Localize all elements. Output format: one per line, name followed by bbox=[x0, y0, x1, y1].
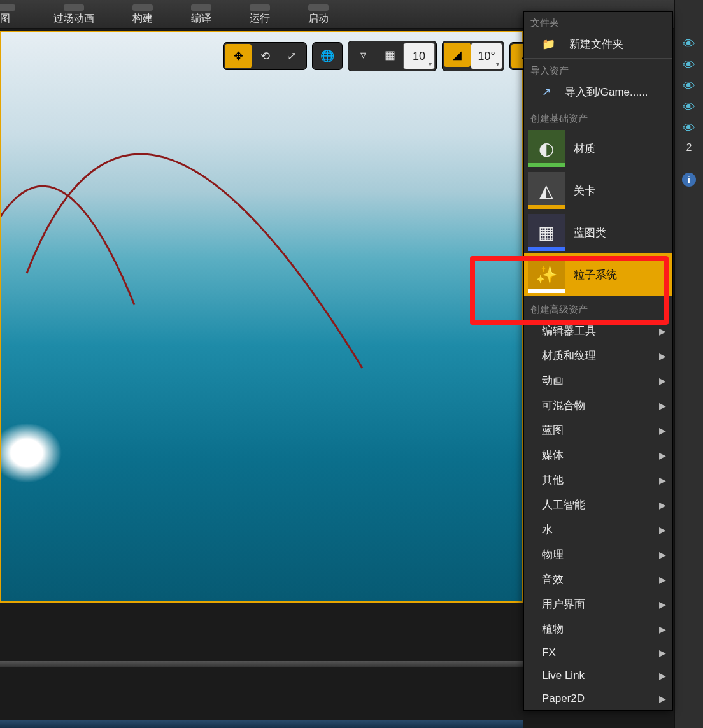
menu-adv-音效[interactable]: 音效▶ bbox=[524, 567, 672, 592]
menu-create-level[interactable]: ◭ 关卡 bbox=[524, 169, 672, 211]
rotate-tool-button[interactable]: ⟲ bbox=[252, 44, 278, 68]
move-tool-button[interactable]: ✥ bbox=[225, 44, 252, 68]
menu-separator bbox=[524, 58, 672, 59]
chevron-right-icon: ▶ bbox=[659, 500, 666, 510]
chevron-right-icon: ▶ bbox=[659, 351, 666, 361]
menu-adv-FX[interactable]: FX▶ bbox=[524, 641, 672, 664]
chevron-right-icon: ▶ bbox=[659, 599, 666, 610]
scale-tool-button[interactable]: ⤢ bbox=[278, 44, 305, 68]
visibility-eye-icon[interactable]: 👁 bbox=[683, 58, 695, 73]
level-viewport[interactable] bbox=[0, 31, 523, 603]
angle-snap-dropdown[interactable]: 10° bbox=[471, 43, 502, 69]
menu-label: 用户界面 bbox=[542, 597, 585, 611]
content-browser-context-menu: 文件夹 📁 新建文件夹 导入资产 ↗ 导入到/Game...... 创建基础资产… bbox=[523, 11, 673, 711]
menu-adv-植物[interactable]: 植物▶ bbox=[524, 617, 672, 641]
section-import-title: 导入资产 bbox=[524, 60, 672, 80]
menu-create-particle-system[interactable]: ✨ 粒子系统 bbox=[524, 253, 672, 296]
launch-icon bbox=[308, 4, 329, 11]
viewport-scene bbox=[1, 32, 522, 601]
globe-icon: 🌐 bbox=[320, 49, 334, 63]
grid-snap-button[interactable]: ▦ bbox=[376, 43, 403, 67]
viewport-controls: ✥ ⟲ ⤢ 🌐 ▿ ▦ 10 ◢ 10° ⤢ bbox=[223, 41, 540, 71]
angle-snap-group: ◢ 10° bbox=[442, 41, 504, 71]
toolbar-btn-matinee[interactable]: 过场动画 bbox=[53, 4, 94, 28]
toolbar-label: 运行 bbox=[250, 12, 270, 25]
visibility-eye-icon[interactable]: 👁 bbox=[683, 121, 695, 136]
toolbar-btn-graph[interactable]: 图 bbox=[0, 4, 15, 28]
menu-new-folder[interactable]: 📁 新建文件夹 bbox=[524, 32, 672, 57]
toolbar-label: 过场动画 bbox=[53, 12, 94, 25]
bottom-footer-bar bbox=[0, 720, 523, 728]
menu-label: Paper2D bbox=[542, 692, 585, 705]
visibility-eye-icon[interactable]: 👁 bbox=[683, 37, 695, 52]
menu-adv-水[interactable]: 水▶ bbox=[524, 517, 672, 542]
visibility-eye-icon[interactable]: 👁 bbox=[683, 79, 695, 94]
transform-mode-group: ✥ ⟲ ⤢ bbox=[223, 42, 307, 70]
chevron-right-icon: ▶ bbox=[659, 376, 666, 386]
compile-icon bbox=[191, 4, 211, 11]
menu-adv-其他[interactable]: 其他▶ bbox=[524, 467, 672, 492]
advanced-asset-list: 编辑器工具▶材质和纹理▶动画▶可混合物▶蓝图▶媒体▶其他▶人工智能▶水▶物理▶音… bbox=[524, 318, 672, 710]
chevron-right-icon: ▶ bbox=[659, 475, 666, 485]
toolbar-btn-launch[interactable]: 启动 bbox=[308, 4, 329, 28]
toolbar-btn-build[interactable]: 构建 bbox=[132, 4, 153, 28]
surface-snap-button[interactable]: ▿ bbox=[350, 43, 376, 67]
menu-adv-动画[interactable]: 动画▶ bbox=[524, 368, 672, 393]
chevron-right-icon: ▶ bbox=[659, 550, 666, 560]
menu-label: 植物 bbox=[542, 622, 564, 636]
menu-adv-媒体[interactable]: 媒体▶ bbox=[524, 443, 672, 467]
toolbar-label: 启动 bbox=[308, 12, 329, 25]
scale-icon: ⤢ bbox=[287, 49, 297, 63]
build-icon bbox=[132, 4, 153, 11]
chevron-right-icon: ▶ bbox=[659, 624, 666, 634]
matinee-icon bbox=[64, 4, 84, 11]
menu-adv-Paper2D[interactable]: Paper2D▶ bbox=[524, 687, 672, 710]
menu-adv-可混合物[interactable]: 可混合物▶ bbox=[524, 393, 672, 418]
menu-create-material[interactable]: ◐ 材质 bbox=[524, 127, 672, 169]
section-adv-title: 创建高级资产 bbox=[524, 299, 672, 318]
menu-import-to[interactable]: ↗ 导入到/Game...... bbox=[524, 80, 672, 104]
chevron-right-icon: ▶ bbox=[659, 671, 666, 681]
menu-label: FX bbox=[542, 646, 556, 659]
chevron-right-icon: ▶ bbox=[659, 525, 666, 535]
menu-adv-物理[interactable]: 物理▶ bbox=[524, 542, 672, 567]
toolbar-btn-run[interactable]: 运行 bbox=[250, 4, 270, 28]
chevron-right-icon: ▶ bbox=[659, 401, 666, 411]
menu-adv-编辑器工具[interactable]: 编辑器工具▶ bbox=[524, 318, 672, 343]
menu-adv-材质和纹理[interactable]: 材质和纹理▶ bbox=[524, 343, 672, 368]
level-icon: ◭ bbox=[528, 172, 565, 209]
menu-label: 导入到/Game...... bbox=[565, 85, 648, 99]
menu-adv-人工智能[interactable]: 人工智能▶ bbox=[524, 492, 672, 517]
particle-icon: ✨ bbox=[528, 256, 565, 293]
menu-label: 音效 bbox=[542, 572, 564, 587]
menu-label: 关卡 bbox=[574, 183, 595, 198]
section-basic-title: 创建基础资产 bbox=[524, 108, 672, 127]
menu-create-blueprint[interactable]: ▦ 蓝图类 bbox=[524, 211, 672, 253]
graph-icon bbox=[0, 4, 15, 11]
rotate-icon: ⟲ bbox=[260, 49, 270, 63]
chevron-right-icon: ▶ bbox=[659, 326, 666, 336]
angle-snap-button[interactable]: ◢ bbox=[444, 43, 471, 67]
grid-size-dropdown[interactable]: 10 bbox=[403, 43, 435, 69]
chevron-right-icon: ▶ bbox=[659, 575, 666, 585]
outliner-visibility-strip: 👁 👁 👁 👁 👁 2 i bbox=[674, 0, 703, 728]
run-icon bbox=[250, 4, 270, 11]
menu-separator bbox=[524, 297, 672, 297]
world-space-button[interactable]: 🌐 bbox=[314, 44, 341, 68]
menu-label: 材质 bbox=[574, 141, 595, 156]
menu-label: 粒子系统 bbox=[574, 268, 617, 282]
menu-adv-Live Link[interactable]: Live Link▶ bbox=[524, 664, 672, 687]
info-icon[interactable]: i bbox=[682, 173, 696, 187]
move-arrows-icon: ✥ bbox=[234, 49, 243, 63]
visibility-eye-icon[interactable]: 👁 bbox=[683, 100, 695, 115]
chevron-right-icon: ▶ bbox=[659, 648, 666, 658]
toolbar-btn-compile[interactable]: 编译 bbox=[191, 4, 211, 28]
blueprint-icon: ▦ bbox=[528, 214, 565, 251]
menu-adv-用户界面[interactable]: 用户界面▶ bbox=[524, 592, 672, 617]
menu-label: 动画 bbox=[542, 373, 564, 388]
menu-adv-蓝图[interactable]: 蓝图▶ bbox=[524, 418, 672, 443]
surface-snap-icon: ▿ bbox=[360, 48, 366, 62]
chevron-right-icon: ▶ bbox=[659, 450, 666, 460]
menu-separator bbox=[524, 106, 672, 106]
menu-label: 编辑器工具 bbox=[542, 324, 596, 338]
